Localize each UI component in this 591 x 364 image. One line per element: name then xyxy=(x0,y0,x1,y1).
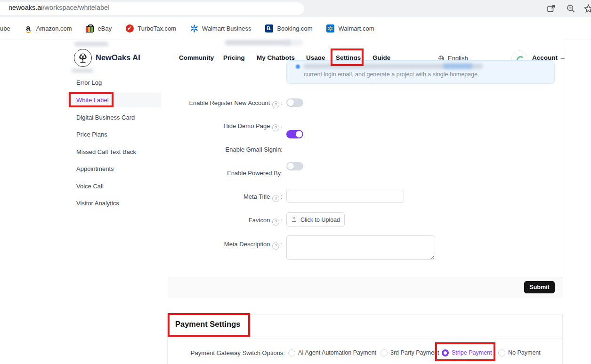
upload-icon xyxy=(291,217,297,223)
url-host: newoaks.ai xyxy=(8,4,43,11)
meta-description-textarea[interactable] xyxy=(286,235,435,260)
sidebar-item-error-log[interactable]: Error Log xyxy=(66,75,161,90)
nav-pricing[interactable]: Pricing xyxy=(223,54,245,61)
label-favicon: Favicon: xyxy=(167,217,283,226)
browser-address-bar: newoaks.ai/workspace/whitelabel xyxy=(0,0,591,17)
bookmark-label: ube xyxy=(0,25,10,32)
sidebar-item-label: Digital Business Card xyxy=(76,114,135,121)
payment-settings-title: Payment Settings xyxy=(175,320,240,329)
label-enable-powered-by: Enable Powered By: xyxy=(167,170,283,177)
nav-community[interactable]: Community xyxy=(179,54,214,61)
favicon-upload-button[interactable]: Click to Upload xyxy=(286,212,345,227)
help-icon[interactable] xyxy=(272,124,279,131)
bookmark-walmart[interactable]: Walmart.com xyxy=(326,24,374,32)
bookmark-label: Booking.com xyxy=(277,25,312,32)
submit-button[interactable]: Submit xyxy=(524,281,555,293)
sidebar-item-price-plans[interactable]: Price Plans xyxy=(66,127,161,142)
bookmark-label: Amazon.com xyxy=(36,25,72,32)
sidebar-item-voice-call[interactable]: Voice Call xyxy=(66,179,161,194)
help-icon[interactable] xyxy=(272,101,279,108)
radio-no-payment[interactable] xyxy=(498,349,505,356)
redacted-link xyxy=(443,64,472,69)
bookmark-walmart-business[interactable]: Walmart Business xyxy=(190,24,251,32)
sidebar-item-label: Voice Call xyxy=(76,183,104,190)
bookmark-label: Walmart Business xyxy=(202,25,251,32)
sidebar-item-white-label[interactable]: White Label xyxy=(66,93,161,107)
radio-stripe-payment[interactable] xyxy=(442,349,449,356)
card-footer xyxy=(168,277,563,298)
url-text[interactable]: newoaks.ai/workspace/whitelabel xyxy=(8,4,109,11)
newoaks-logo-icon xyxy=(74,49,92,67)
radio-label[interactable]: 3rd Party Payment xyxy=(390,349,439,356)
redacted-text xyxy=(225,40,291,45)
radio-ai-agent-automation-payment[interactable] xyxy=(288,349,295,356)
label-hide-demo-page: Hide Demo Page: xyxy=(167,122,283,131)
upload-button-label: Click to Upload xyxy=(300,217,340,223)
sidebar-item-digital-business-card[interactable]: Digital Business Card xyxy=(66,110,161,125)
toggle-hide-demo-page[interactable] xyxy=(286,130,303,138)
bookmark-label: eBay xyxy=(98,25,112,32)
sidebar-item-label: Appointments xyxy=(76,165,114,172)
label-enable-gmail-signin: Enable Gmail Signin: xyxy=(167,146,283,153)
turbotax-check-icon: ✓ xyxy=(125,24,134,32)
radio-3rd-party-payment[interactable] xyxy=(381,349,388,356)
help-icon[interactable] xyxy=(272,195,279,202)
info-banner-text: current login email, and generate a proj… xyxy=(304,71,479,78)
label-payment-gateway-switch-options: Payment Gateway Switch Options: xyxy=(167,349,285,356)
label-enable-register-new-account: Enable Register New Account: xyxy=(167,99,283,108)
favorite-star-icon[interactable] xyxy=(583,4,591,14)
toggle-enable-register-new-account[interactable] xyxy=(286,98,303,107)
toggle-enable-gmail-signin[interactable] xyxy=(286,162,303,170)
booking-b-icon: B. xyxy=(265,24,273,32)
share-icon[interactable] xyxy=(546,4,556,14)
help-icon[interactable] xyxy=(272,243,279,250)
sidebar-item-label: White Label xyxy=(76,97,109,104)
bookmark-label: TurboTax.com xyxy=(138,25,176,32)
sidebar-item-label: Error Log xyxy=(76,79,102,86)
sidebar-item-label: Price Plans xyxy=(76,131,107,138)
bookmark-label: Walmart.com xyxy=(339,25,374,32)
sidebar-item-visitor-analytics[interactable]: Visitor Analytics xyxy=(66,196,161,210)
radio-label[interactable]: Stripe Payment xyxy=(452,349,492,356)
bookmark-youtube-truncated[interactable]: ube xyxy=(0,25,10,32)
amazon-icon: a xyxy=(24,24,32,32)
radio-label[interactable]: No Payment xyxy=(508,349,541,356)
walmart-spark-icon xyxy=(190,24,198,32)
zoom-out-icon[interactable] xyxy=(566,4,576,14)
label-meta-title: Meta Title: xyxy=(167,193,283,202)
brand-name[interactable]: NewOaks AI xyxy=(96,53,140,62)
sidebar-item-label: Visitor Analytics xyxy=(76,200,119,207)
divider xyxy=(168,339,562,339)
help-icon[interactable] xyxy=(272,218,279,226)
bookmark-turbotax[interactable]: ✓ TurboTax.com xyxy=(125,24,176,32)
url-path: /workspace/whitelabel xyxy=(43,4,110,11)
ebay-bag-icon xyxy=(86,24,94,32)
bookmark-amazon[interactable]: a Amazon.com xyxy=(24,24,72,32)
bookmark-booking[interactable]: B. Booking.com xyxy=(265,24,312,32)
bookmark-ebay[interactable]: eBay xyxy=(86,24,112,32)
redacted-text xyxy=(74,42,108,46)
label-meta-description: Meta Description: xyxy=(167,241,283,250)
sidebar-item-appointments[interactable]: Appointments xyxy=(66,162,161,176)
redacted-toggle xyxy=(283,40,303,46)
meta-title-input[interactable] xyxy=(286,189,404,203)
sidebar-item-missed-call-text-back[interactable]: Missed Call Text Back xyxy=(66,145,161,159)
screen: newoaks.ai/workspace/whitelabel ube a Am… xyxy=(0,0,591,364)
walmart-tile-icon xyxy=(326,24,335,32)
redacted-text xyxy=(72,69,93,73)
bookmarks-bar: ube a Amazon.com eBay ✓ TurboTax.com Wal… xyxy=(0,17,591,40)
radio-label[interactable]: AI Agent Automation Payment xyxy=(298,349,376,356)
sidebar-item-label: Missed Call Text Back xyxy=(76,148,136,155)
info-icon xyxy=(296,65,300,69)
